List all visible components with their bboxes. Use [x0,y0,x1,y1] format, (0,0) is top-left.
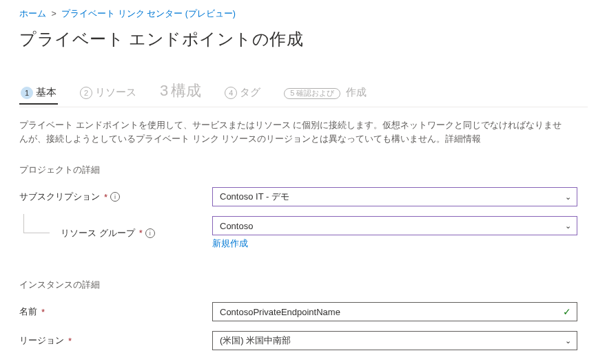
section-instance-details: インスタンスの詳細 [19,279,588,291]
create-new-resource-group-link[interactable]: 新規作成 [212,238,248,250]
section-project-details: プロジェクトの詳細 [19,164,588,176]
tab-basics-number: 1 [21,87,33,99]
label-region-text: リージョン [19,334,64,347]
tab-review-number: 5 確認および [284,88,340,99]
tab-configuration[interactable]: 3 構成 [158,78,203,107]
label-name: 名前 * [19,306,212,318]
label-subscription-text: サブスクリプション [19,191,100,203]
tab-tags-label: タグ [240,86,260,99]
create-private-endpoint-page: ホーム > プライベート リンク センター (プレビュー) プライベート エンド… [0,0,607,350]
breadcrumb-center-link[interactable]: プライベート リンク センター (プレビュー) [61,9,236,19]
label-subscription: サブスクリプション * i [19,191,212,203]
tab-configuration-label: 構成 [171,81,201,101]
info-icon[interactable]: i [145,228,155,238]
name-value: ContosoPrivateEndpointName [220,307,340,317]
name-input[interactable]: ContosoPrivateEndpointName ✓ [212,302,577,321]
label-resource-group-text: リソース グループ [61,227,135,239]
chevron-down-icon: ⌄ [565,193,571,202]
label-resource-group: リソース グループ * i [19,227,212,239]
row-resource-group: リソース グループ * i Contoso ⌄ 新規作成 [19,216,588,250]
required-mark: * [139,228,143,238]
row-subscription: サブスクリプション * i Contoso IT - デモ ⌄ [19,187,588,206]
step-description: プライベート エンドポイントを使用して、サービスまたはリソース に個別に接続しま… [19,118,570,146]
label-region: リージョン * [19,334,212,347]
tab-review-create[interactable]: 5 確認および 作成 [282,83,368,105]
tab-resource-label: リソース [95,86,136,99]
chevron-down-icon: ⌄ [565,336,571,345]
required-mark: * [41,307,45,317]
breadcrumb: ホーム > プライベート リンク センター (プレビュー) [19,8,588,20]
row-region: リージョン * (米国) 米国中南部 ⌄ [19,331,588,350]
page-title: プライベート エンドポイントの作成 [19,28,588,50]
region-select[interactable]: (米国) 米国中南部 ⌄ [212,331,577,350]
tab-tags-number: 4 [225,87,237,99]
tab-tags[interactable]: 4 タグ [223,83,262,105]
row-name: 名前 * ContosoPrivateEndpointName ✓ [19,302,588,321]
tab-basics[interactable]: 1 基本 [19,83,58,105]
tab-configuration-number: 3 [160,82,168,100]
chevron-down-icon: ⌄ [565,222,571,231]
required-mark: * [68,336,72,346]
region-value: (米国) 米国中南部 [220,334,291,347]
required-mark: * [104,192,107,202]
tab-review-label: 作成 [346,86,367,99]
check-icon: ✓ [563,306,571,317]
tab-basics-label: 基本 [36,86,56,99]
info-icon[interactable]: i [110,192,120,202]
step-tabs: 1 基本 2 リソース 3 構成 4 タグ 5 確認および 作成 [19,78,588,107]
subscription-value: Contoso IT - デモ [220,191,289,203]
resource-group-select[interactable]: Contoso ⌄ [212,216,577,235]
subscription-select[interactable]: Contoso IT - デモ ⌄ [212,187,577,206]
breadcrumb-separator: > [51,9,56,19]
tab-resource-number: 2 [80,87,92,99]
label-name-text: 名前 [19,306,37,318]
resource-group-value: Contoso [220,221,253,231]
breadcrumb-home-link[interactable]: ホーム [19,9,46,19]
indent-elbow [23,214,50,233]
tab-resource[interactable]: 2 リソース [79,83,138,105]
